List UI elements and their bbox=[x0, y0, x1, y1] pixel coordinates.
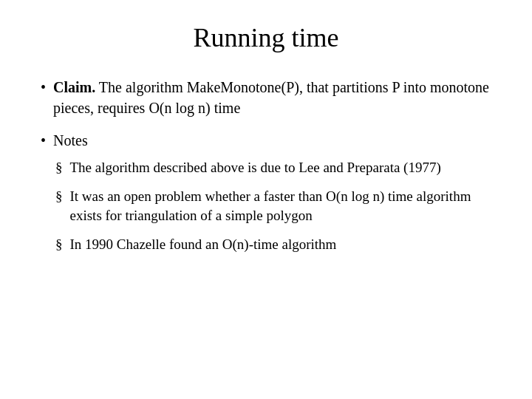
claim-body-text: The algorithm MakeMonotone(P), that part… bbox=[53, 79, 489, 116]
claim-bold-label: Claim. bbox=[53, 79, 95, 95]
sub-bullet-marker-1: § bbox=[55, 158, 63, 178]
sub-bullet-text-1: The algorithm described above is due to … bbox=[70, 158, 441, 178]
bullet-dot-1: • bbox=[41, 77, 46, 98]
sub-bullet-text-3: In 1990 Chazelle found an O(n)-time algo… bbox=[70, 235, 337, 255]
bullet-notes: • Notes bbox=[41, 130, 491, 151]
sub-bullet-item-2: § It was an open problem whether a faste… bbox=[55, 187, 491, 226]
content-area: • Claim. The algorithm MakeMonotone(P), … bbox=[41, 77, 491, 254]
bullet-claim-text: Claim. The algorithm MakeMonotone(P), th… bbox=[53, 77, 491, 118]
sub-bullet-item-3: § In 1990 Chazelle found an O(n)-time al… bbox=[55, 235, 491, 255]
sub-bullet-marker-2: § bbox=[55, 187, 63, 207]
sub-bullets-list: § The algorithm described above is due t… bbox=[55, 158, 491, 254]
slide-title: Running time bbox=[41, 22, 491, 53]
sub-bullet-text-2: It was an open problem whether a faster … bbox=[70, 187, 492, 226]
bullet-dot-2: • bbox=[41, 130, 46, 151]
sub-bullet-marker-3: § bbox=[55, 235, 63, 255]
slide: Running time • Claim. The algorithm Make… bbox=[0, 0, 532, 399]
bullet-notes-label: Notes bbox=[53, 130, 88, 151]
sub-bullet-item-1: § The algorithm described above is due t… bbox=[55, 158, 491, 178]
bullet-claim: • Claim. The algorithm MakeMonotone(P), … bbox=[41, 77, 491, 118]
bullet-notes-section: • Notes § The algorithm described above … bbox=[41, 130, 491, 254]
